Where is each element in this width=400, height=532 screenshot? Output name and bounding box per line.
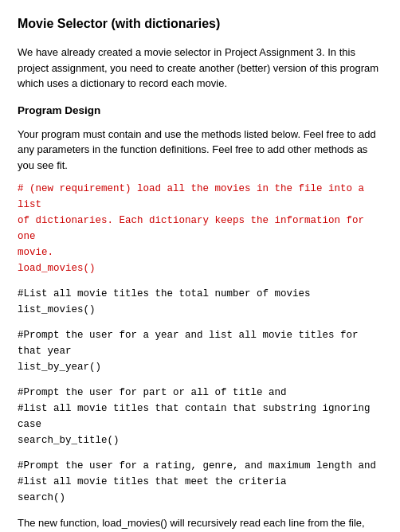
page-title: Movie Selector (with dictionaries) — [18, 14, 382, 33]
code-block-list-movies: #List all movie titles the total number … — [18, 286, 382, 318]
comment-search-by-title: #Prompt the user for part or all of titl… — [18, 387, 371, 430]
comment-list-movies: #List all movie titles the total number … — [18, 288, 311, 299]
function-load-movies: load_movies() — [18, 263, 96, 274]
function-search-by-title: search_by_title() — [18, 435, 120, 446]
function-search: search() — [18, 492, 65, 503]
function-list-by-year: list_by_year() — [18, 362, 101, 373]
comment-list-by-year: #Prompt the user for a year and list all… — [18, 330, 359, 357]
comment-load-movies: # (new requirement) load all the movies … — [18, 183, 364, 258]
function-list-movies: list_movies() — [18, 304, 96, 315]
code-block-search-by-title: #Prompt the user for part or all of titl… — [18, 385, 382, 448]
program-design-desc: Your program must contain and use the me… — [18, 127, 382, 174]
comment-search: #Prompt the user for a rating, genre, an… — [18, 460, 376, 487]
program-design-heading: Program Design — [18, 103, 382, 119]
code-block-load-movies: # (new requirement) load all the movies … — [18, 181, 382, 276]
code-block-search: #Prompt the user for a rating, genre, an… — [18, 458, 382, 506]
intro-paragraph: We have already created a movie selector… — [18, 45, 382, 92]
code-block-list-by-year: #Prompt the user for a year and list all… — [18, 327, 382, 375]
prose-load-movies: The new function, load_movies() will rec… — [18, 515, 382, 532]
